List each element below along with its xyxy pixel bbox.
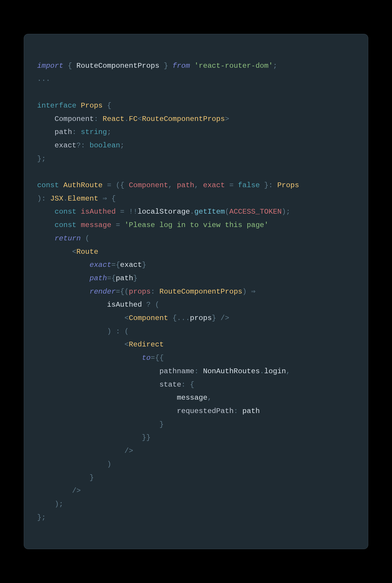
eq: = [116, 288, 120, 296]
ident: message [177, 394, 207, 402]
colon: : [234, 407, 238, 415]
kw-const: const [55, 221, 77, 229]
ident: isAuthed [107, 301, 142, 309]
angle: < [72, 248, 77, 256]
question: ? [76, 141, 81, 149]
indent [37, 208, 55, 216]
indent [37, 500, 55, 508]
code-editor-pane: import { RouteComponentProps } from 'rea… [24, 34, 368, 549]
arrow: ⇒ [251, 288, 255, 296]
arrow: ⇒ [103, 195, 107, 203]
brace: { [116, 261, 120, 269]
comma: , [207, 394, 212, 402]
jsx-attr: render [89, 288, 116, 296]
dot: . [260, 367, 264, 375]
eq: = [229, 181, 234, 189]
string-literal: 'Please log in to view this page' [124, 221, 268, 229]
indent [37, 460, 107, 468]
eq: = [116, 221, 120, 229]
comma: , [194, 181, 199, 189]
jsx-attr: path [89, 274, 107, 282]
indent [37, 327, 107, 335]
brace: { [111, 195, 116, 203]
type-name: Element [68, 195, 98, 203]
paren: ( [225, 208, 229, 216]
brace: { [190, 381, 195, 389]
eq: = [111, 261, 116, 269]
ident: path [116, 274, 133, 282]
brace: { [120, 181, 124, 189]
semi: ; [273, 62, 277, 70]
paren: ) [282, 208, 286, 216]
indent [37, 261, 89, 269]
eq: = [107, 181, 111, 189]
ident: exact [120, 261, 142, 269]
type-name: React [103, 115, 125, 123]
angle: < [124, 341, 129, 349]
brace: }} [142, 434, 151, 442]
comma: , [168, 181, 173, 189]
eq: = [107, 274, 111, 282]
kw-import: import [37, 62, 63, 70]
paren: ( [116, 181, 120, 189]
paren: ) [37, 195, 42, 203]
paren: ( [124, 327, 129, 335]
jsx-attr: exact [89, 261, 111, 269]
jsx-tag: Route [76, 248, 98, 256]
indent [37, 407, 177, 415]
ident: message [81, 221, 111, 229]
paren: ) [242, 288, 247, 296]
colon: : [268, 181, 273, 189]
indent [37, 274, 89, 282]
indent [37, 447, 124, 455]
jsx-close: /> [221, 314, 229, 322]
brace: } [264, 181, 269, 189]
indent [37, 248, 72, 256]
type-name: RouteComponentProps [142, 115, 225, 123]
indent [37, 381, 159, 389]
indent [37, 115, 55, 123]
brace: } [37, 513, 42, 521]
brace: } [89, 474, 94, 482]
param: exact [203, 181, 225, 189]
type-name: RouteComponentProps [159, 288, 242, 296]
brace: } [133, 274, 137, 282]
paren: ( [124, 288, 129, 296]
indent [37, 128, 55, 136]
type-name: Props [277, 181, 299, 189]
eq: = [120, 208, 124, 216]
spread: ... [177, 314, 190, 322]
prop-key: requestedPath [177, 407, 233, 415]
kw-const: const [55, 208, 77, 216]
brace: { [111, 274, 116, 282]
colon: : [181, 381, 186, 389]
indent [37, 341, 124, 349]
paren: ) [107, 460, 111, 468]
indent [37, 434, 142, 442]
eq: = [151, 354, 155, 362]
paren: ( [155, 301, 159, 309]
jsx-close: /> [72, 487, 81, 495]
prop-key: state [159, 381, 181, 389]
indent [37, 314, 124, 322]
indent [37, 234, 55, 242]
string-literal: 'react-router-dom' [194, 62, 273, 70]
brace: } [142, 261, 146, 269]
brace: } [159, 420, 164, 428]
indent [37, 420, 159, 428]
indent [37, 394, 177, 402]
brace: } [37, 155, 42, 163]
indent [37, 474, 89, 482]
dot: . [124, 115, 129, 123]
brace: } [164, 62, 168, 70]
semi: ; [59, 500, 64, 508]
ident: props [190, 314, 212, 322]
ident: path [242, 407, 260, 415]
param: Component [129, 181, 168, 189]
angle: < [124, 314, 129, 322]
brace: { [68, 62, 72, 70]
kw-return: return [55, 234, 81, 242]
prop-key: exact [55, 141, 77, 149]
semi: ; [42, 155, 46, 163]
code-content: import { RouteComponentProps } from 'rea… [37, 59, 355, 524]
